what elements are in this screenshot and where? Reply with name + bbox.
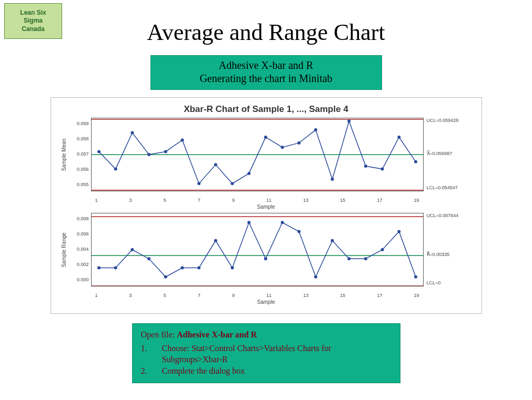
instructions-steps: 1.Choose: Stat>Control Charts>Variables … [141,343,392,377]
instruction-step: 1.Choose: Stat>Control Charts>Variables … [141,343,392,365]
svg-point-40 [330,239,334,242]
svg-point-28 [131,248,134,251]
open-prefix: Open file: [141,330,177,339]
chart-card: Xbar-R Chart of Sample 1, ..., Sample 4 … [51,97,482,314]
svg-point-27 [114,266,117,270]
svg-point-31 [180,266,184,270]
subtitle-line2: Generating the chart in Minitab [156,72,376,85]
xbar-yaxis: 0.0590.0580.0570.0560.055 [70,118,91,190]
svg-point-39 [314,275,317,279]
svg-point-30 [164,275,167,279]
xbar-panel: Sample Mean 0.0590.0580.0570.0560.055 UC… [58,118,474,191]
xbar-xlabel: Sample [58,204,474,210]
svg-point-18 [347,120,350,123]
svg-point-6 [147,153,150,156]
r-yaxis: 0.0080.0060.0040.0020.000 [70,213,91,285]
svg-point-12 [247,172,250,175]
instructions-open: Open file: Adhesive X-bar and R [141,329,392,341]
xbar-ylabel: Sample Mean [61,138,67,171]
logo-line2: Sigma [24,17,43,25]
svg-point-43 [380,248,384,251]
svg-point-19 [364,165,367,168]
xbar-plot [91,118,424,191]
r-xlabel: Sample [58,299,474,305]
svg-point-5 [131,131,134,135]
svg-point-20 [380,168,384,171]
svg-point-37 [280,221,284,224]
svg-point-8 [180,138,184,141]
svg-point-7 [164,150,167,153]
svg-point-4 [114,168,117,171]
xbar-xaxis: 135791113151719 [91,197,424,203]
page-title: Average and Range Chart [0,19,532,46]
svg-point-38 [297,230,300,233]
svg-point-17 [330,178,334,181]
instructions-box: Open file: Adhesive X-bar and R 1.Choose… [132,323,400,383]
xbar-annotations: UCL=0.059428X̄=0.056987LCL=0.054547 [424,118,474,190]
logo-line1: Lean Six [20,9,46,17]
svg-point-22 [414,160,417,163]
svg-point-11 [230,182,234,185]
svg-point-42 [364,257,367,260]
open-file: Adhesive X-bar and R [177,330,257,339]
r-ylabel: Sample Range [61,232,67,267]
r-annotations: UCL=0.007644R̄=0.00335LCL=0 [424,213,474,285]
r-plot [91,213,424,286]
instruction-step: 2.Complete the dialog box [141,365,392,377]
svg-point-16 [314,128,317,131]
svg-point-15 [297,141,300,145]
svg-point-29 [147,257,150,260]
r-xaxis: 135791113151719 [91,292,424,298]
svg-point-10 [214,163,217,166]
r-panel: Sample Range 0.0080.0060.0040.0020.000 U… [58,213,474,286]
svg-point-32 [197,266,200,270]
svg-point-13 [264,136,267,139]
logo-line3: Canada [22,25,44,34]
chart-card-title: Xbar-R Chart of Sample 1, ..., Sample 4 [58,104,474,115]
subtitle-line1: Adhesive X-bar and R [156,59,376,72]
svg-point-45 [414,275,417,279]
svg-point-9 [197,182,200,185]
svg-point-36 [264,257,267,260]
svg-point-41 [347,257,350,260]
subtitle-box: Adhesive X-bar and R Generating the char… [150,55,382,90]
svg-point-44 [397,230,400,233]
svg-point-26 [97,266,101,270]
svg-point-3 [97,150,101,153]
svg-point-14 [280,146,284,149]
logo-badge: Lean Six Sigma Canada [4,3,62,39]
svg-point-34 [230,266,234,270]
svg-point-33 [214,239,217,242]
svg-point-35 [247,221,250,224]
svg-point-21 [397,136,400,139]
